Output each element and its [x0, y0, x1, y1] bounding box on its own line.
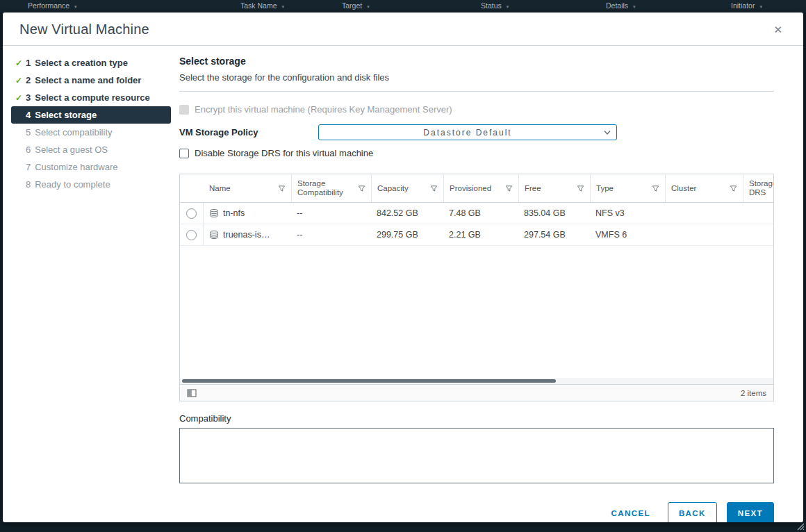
wizard-step: 7 Customize hardware: [11, 158, 171, 176]
column-header[interactable]: Free: [518, 174, 590, 202]
background-column-label: Initiator: [731, 1, 762, 10]
column-label: Provisioned: [450, 184, 491, 193]
column-label: Capacity: [377, 184, 409, 193]
next-button[interactable]: NEXT: [727, 502, 774, 522]
disable-sdrs-checkbox[interactable]: [179, 149, 189, 158]
background-column-label: Performance: [28, 1, 77, 10]
pane-heading: Select storage: [179, 56, 774, 67]
horizontal-scrollbar[interactable]: [180, 378, 773, 384]
filter-icon[interactable]: [505, 185, 513, 192]
column-header[interactable]: Provisioned: [443, 174, 518, 202]
step-number: 2: [26, 75, 31, 85]
items-count: 2 items: [741, 389, 766, 397]
step-label: Select a creation type: [35, 58, 128, 68]
cell-type: VMFS 6: [590, 224, 665, 245]
background-column-label: Status: [481, 1, 509, 10]
column-label: Storage Compatibility: [297, 179, 355, 197]
datastore-row[interactable]: truenas-is… -- 299.75 GB 2.21 GB 297.54 …: [180, 224, 773, 246]
step-number: 8: [26, 179, 31, 190]
step-check-icon: ✓: [15, 58, 26, 68]
compatibility-label: Compatibility: [179, 413, 774, 424]
column-header[interactable]: Storage Compatibility: [291, 174, 371, 202]
filter-icon[interactable]: [358, 185, 365, 192]
encrypt-vm-checkbox: [179, 105, 189, 115]
column-header[interactable]: Capacity: [371, 174, 443, 202]
datastore-name: truenas-is…: [223, 230, 270, 240]
wizard-step: 5 Select compatibility: [11, 124, 171, 141]
step-label: Ready to complete: [35, 179, 110, 190]
step-label: Customize hardware: [35, 162, 117, 172]
background-column-label: Target: [342, 1, 370, 10]
background-column-label: Task Name: [240, 1, 284, 10]
divider: [179, 91, 774, 92]
wizard-step[interactable]: ✓ 1 Select a creation type: [11, 54, 171, 72]
column-label: Type: [596, 184, 614, 193]
datastore-table-body: tn-nfs -- 842.52 GB 7.48 GB 835.04 GB NF…: [180, 203, 773, 246]
step-label: Select storage: [35, 110, 97, 120]
cell-provisioned: 2.21 GB: [443, 224, 518, 245]
row-radio-button[interactable]: [186, 230, 197, 240]
filter-icon[interactable]: [730, 185, 737, 192]
table-footer: 2 items: [180, 384, 773, 401]
cell-capacity: 842.52 GB: [371, 203, 443, 224]
cell-name: truenas-is…: [204, 224, 291, 245]
row-radio-button[interactable]: [186, 208, 197, 219]
wizard-steps: ✓ 1 Select a creation type ✓ 2 Select a …: [3, 46, 171, 522]
filter-icon[interactable]: [430, 185, 438, 192]
column-label: Cluster: [671, 184, 696, 193]
column-header[interactable]: Storage DRS: [743, 174, 773, 202]
row-radio-cell: [180, 203, 204, 224]
cell-cluster: [665, 224, 743, 245]
filter-icon[interactable]: [577, 185, 584, 192]
datastore-icon: [209, 230, 219, 240]
column-header[interactable]: Cluster: [665, 174, 743, 202]
filter-icon[interactable]: [652, 185, 659, 192]
filter-icon[interactable]: [278, 185, 286, 192]
new-vm-dialog: New Virtual Machine ✕ ✓ 1 Select a creat…: [3, 13, 803, 522]
background-task-grid-header: PerformanceTask NameTargetStatusDetailsI…: [0, 0, 806, 13]
window-resize-handle[interactable]: [796, 522, 805, 531]
wizard-step[interactable]: 4 Select storage: [11, 106, 171, 124]
cell-capacity: 299.75 GB: [371, 224, 443, 245]
column-header[interactable]: Type: [590, 174, 665, 202]
cell-free: 835.04 GB: [518, 203, 590, 224]
cell-storage-drs: [743, 224, 773, 245]
datastore-name: tn-nfs: [223, 208, 245, 218]
datastore-table-header: Name Storage Compatibility Capacity: [180, 174, 773, 203]
wizard-step: 6 Select a guest OS: [11, 141, 171, 158]
close-icon[interactable]: ✕: [769, 22, 787, 38]
dialog-actions: CANCEL BACK NEXT: [179, 502, 774, 522]
disable-sdrs-row: Disable Storage DRS for this virtual mac…: [179, 148, 774, 158]
step-label: Select compatibility: [35, 127, 112, 138]
step-label: Select a name and folder: [35, 75, 141, 85]
cell-storage-drs: [743, 203, 773, 224]
datastore-row[interactable]: tn-nfs -- 842.52 GB 7.48 GB 835.04 GB NF…: [180, 203, 773, 224]
cancel-button[interactable]: CANCEL: [601, 503, 661, 522]
cell-storage-compatibility: --: [291, 203, 371, 224]
step-label: Select a compute resource: [35, 92, 149, 103]
step-number: 5: [26, 127, 31, 138]
column-selector-icon[interactable]: [187, 389, 197, 397]
scrollbar-thumb[interactable]: [182, 379, 556, 383]
wizard-step: 8 Ready to complete: [11, 176, 171, 193]
vm-storage-policy-select[interactable]: Datastore Default: [318, 124, 617, 140]
chevron-down-icon: [604, 130, 611, 135]
encrypt-vm-label: Encrypt this virtual machine (Requires K…: [195, 104, 452, 115]
vm-storage-policy-value: Datastore Default: [423, 128, 511, 138]
wizard-step[interactable]: ✓ 3 Select a compute resource: [11, 89, 171, 106]
column-label: Storage DRS: [749, 179, 773, 197]
step-label: Select a guest OS: [35, 144, 108, 155]
cell-provisioned: 7.48 GB: [443, 203, 518, 224]
cell-type: NFS v3: [590, 203, 665, 224]
step-content: Select storage Select the storage for th…: [171, 46, 803, 522]
datastore-table: Name Storage Compatibility Capacity: [179, 174, 774, 401]
back-button[interactable]: BACK: [668, 502, 717, 522]
column-header[interactable]: Name: [204, 174, 291, 202]
dialog-header: New Virtual Machine ✕: [3, 13, 803, 46]
background-column-label: Details: [606, 1, 636, 10]
wizard-step[interactable]: ✓ 2 Select a name and folder: [11, 72, 171, 89]
step-check-icon: ✓: [15, 93, 26, 103]
column-label: Free: [525, 184, 541, 193]
encrypt-vm-row: Encrypt this virtual machine (Requires K…: [179, 104, 774, 115]
column-label: Name: [209, 184, 231, 193]
